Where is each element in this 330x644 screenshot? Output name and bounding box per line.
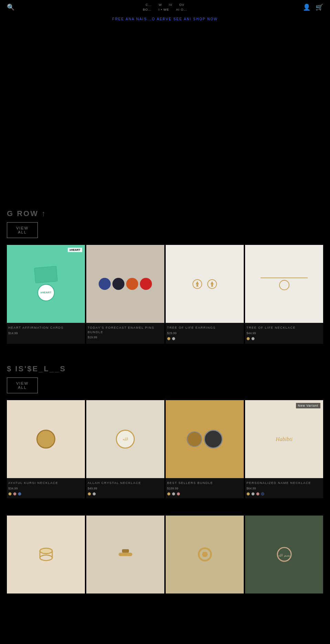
product-image-heart-affirmation: xHEART: [7, 245, 85, 323]
header-actions: 👤 🛒: [303, 3, 323, 11]
product-image-enamel-pins: [86, 245, 164, 323]
product-image-personalized-name: Habibti: [245, 400, 323, 478]
bottom-image-2: [86, 516, 164, 594]
product-info-best-sellers-bundle: BEST SELLERS BUNDLE $189.99: [166, 478, 244, 498]
product-card-personalized-name[interactable]: Habibti New Variant PERSONALIZED NAME NE…: [245, 400, 323, 498]
tree-icon-left: [195, 281, 200, 287]
product-price-ayatul-kursi: $34.99: [8, 487, 84, 490]
bestsellers-section-title: $ IS'$E_L__S: [7, 364, 323, 373]
swatch-darkblue-1[interactable]: [261, 492, 264, 496]
nav-row-1: C... W IV OV: [145, 3, 184, 7]
grow-section-title: G ROW ↑: [7, 209, 323, 218]
new-variant-badge: New Variant: [296, 403, 320, 408]
product-card-tree-necklace[interactable]: TREE OF LIFE NECKLACE $44.99: [245, 245, 323, 344]
search-icon[interactable]: 🔍: [7, 3, 14, 11]
swatch-rose-3[interactable]: [256, 492, 260, 496]
product-image-best-sellers-bundle: [166, 400, 244, 478]
section-divider-1: [0, 347, 330, 358]
announcement-bar[interactable]: FREE ANA NAIS...O AERVE SEE ANI SHOP NOW: [0, 14, 330, 24]
bestsellers-product-grid: AYATUL KURSI NECKLACE $34.99 الله ALLAH …: [0, 397, 330, 502]
nav-item-iwe[interactable]: I • WE: [158, 8, 169, 11]
swatch-silver[interactable]: [172, 337, 175, 340]
product-name-allah-crystal: ALLAH CRYSTAL NECKLACE: [88, 481, 163, 485]
swatch-gold-4[interactable]: [88, 492, 91, 496]
product-price-tree-necklace: $44.99: [246, 331, 322, 335]
allah-pendant-circle: الله: [116, 430, 135, 449]
allah-crystal-swatches: [88, 492, 163, 496]
swatch-blue-1[interactable]: [18, 492, 21, 496]
product-price-allah-crystal: $49.99: [88, 487, 163, 490]
swatch-silver-4[interactable]: [172, 492, 175, 496]
swatch-silver-2[interactable]: [251, 337, 255, 340]
svg-text:بسم الله: بسم الله: [278, 553, 290, 557]
product-card-allah-crystal[interactable]: الله ALLAH CRYSTAL NECKLACE $49.99: [86, 400, 164, 498]
svg-point-3: [40, 548, 52, 554]
bottom-image-1: [7, 516, 85, 594]
swatch-gold-6[interactable]: [246, 492, 250, 496]
bottom-card-1[interactable]: [7, 516, 85, 594]
product-card-heart-affirmation[interactable]: xHEART xHEART HEART AFFIRMATION CARDS $1…: [7, 245, 85, 344]
bottom-card-2[interactable]: [86, 516, 164, 594]
bundle-circle-dark: [204, 430, 223, 449]
product-price-heart-affirmation: $14.99: [8, 331, 84, 335]
product-info-allah-crystal: ALLAH CRYSTAL NECKLACE $49.99: [86, 478, 164, 498]
nav-item-c[interactable]: C...: [145, 3, 152, 7]
ring-icon-2: [115, 544, 136, 565]
product-card-tree-earrings[interactable]: TREE OF LIFE EARRINGS $29.99: [166, 245, 244, 344]
best-sellers-bundle-swatches: [167, 492, 242, 496]
nav-item-w[interactable]: W: [158, 3, 162, 7]
product-name-ayatul-kursi: AYATUL KURSI NECKLACE: [8, 481, 84, 485]
product-name-heart-affirmation: HEART AFFIRMATION CARDS: [8, 326, 84, 330]
product-info-ayatul-kursi: AYATUL KURSI NECKLACE $34.99: [7, 478, 85, 498]
nav-item-ov[interactable]: OV: [179, 3, 185, 7]
tree-necklace-swatches: [246, 337, 322, 340]
swatch-silver-5[interactable]: [251, 492, 255, 496]
card-stack-decoration: [34, 266, 58, 283]
bottom-card-4[interactable]: بسم الله: [245, 516, 323, 594]
grow-product-grid: xHEART xHEART HEART AFFIRMATION CARDS $1…: [0, 241, 330, 347]
xheart-logo: xHEART: [37, 284, 55, 301]
nav-row-2: BO... I • WE AI O...: [143, 8, 187, 11]
nav-item-iv[interactable]: IV: [169, 3, 173, 7]
xheart-badge: xHEART: [68, 248, 82, 252]
bestsellers-view-all-button[interactable]: VIEW ALL: [7, 377, 38, 393]
product-info-tree-necklace: TREE OF LIFE NECKLACE $44.99: [245, 323, 323, 343]
pin-orange: [126, 278, 138, 290]
pin-red: [140, 278, 152, 290]
swatch-rose-1[interactable]: [13, 492, 16, 496]
product-image-ayatul-kursi: [7, 400, 85, 478]
tree-icon-right: [209, 281, 215, 287]
product-card-enamel-pins[interactable]: TODAY'S FORECAST ENAMEL PINS BUNDLE $19.…: [86, 245, 164, 344]
swatch-gold-5[interactable]: [167, 492, 170, 496]
bottom-card-3[interactable]: [166, 516, 244, 594]
svg-point-7: [202, 552, 208, 557]
ayatul-kursi-swatches: [8, 492, 84, 496]
necklace-pendant: [279, 280, 289, 290]
swatch-silver-3[interactable]: [92, 492, 96, 496]
ring-icon-4: بسم الله: [274, 544, 295, 565]
product-image-tree-necklace: [245, 245, 323, 323]
grow-view-all-button[interactable]: VIEW ALL: [7, 222, 38, 238]
product-info-enamel-pins: TODAY'S FORECAST ENAMEL PINS BUNDLE $19.…: [86, 323, 164, 344]
earring-right: [207, 279, 217, 289]
user-icon[interactable]: 👤: [303, 3, 310, 11]
nav-item-aio[interactable]: AI O...: [176, 8, 187, 11]
pin-blue: [99, 278, 111, 290]
product-card-ayatul-kursi[interactable]: AYATUL KURSI NECKLACE $34.99: [7, 400, 85, 498]
swatch-gold-2[interactable]: [246, 337, 250, 340]
gold-pendant-circle: [36, 430, 55, 449]
product-price-personalized-name: $64.99: [246, 487, 322, 490]
necklace-chain: [261, 278, 307, 278]
ring-icon-1: [36, 544, 56, 565]
swatch-rose-2[interactable]: [177, 492, 180, 496]
swatch-gold[interactable]: [167, 337, 170, 340]
header: 🔍 C... W IV OV BO... I • WE AI O... 👤 🛒: [0, 0, 330, 14]
name-necklace-text: Habibti: [276, 436, 293, 442]
nav-item-bo[interactable]: BO...: [143, 8, 152, 11]
swatch-gold-3[interactable]: [8, 492, 12, 496]
product-name-tree-necklace: TREE OF LIFE NECKLACE: [246, 326, 322, 330]
product-info-personalized-name: PERSONALIZED NAME NECKLACE $64.99: [245, 478, 323, 498]
product-card-best-sellers-bundle[interactable]: BEST SELLERS BUNDLE $189.99: [166, 400, 244, 498]
svg-rect-4: [119, 553, 132, 556]
cart-icon[interactable]: 🛒: [316, 3, 323, 11]
